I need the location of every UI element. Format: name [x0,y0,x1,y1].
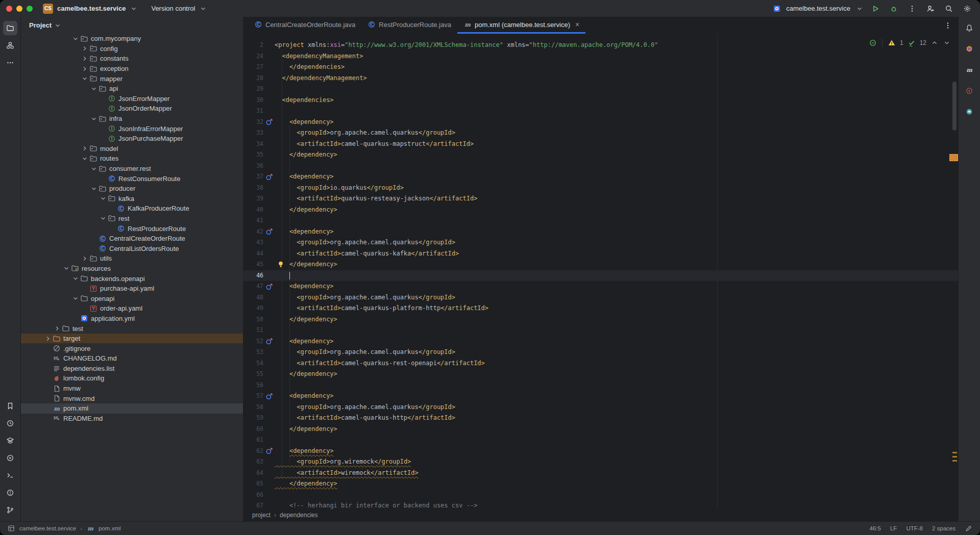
tree-item-test[interactable]: test [21,323,243,334]
code-text[interactable]: <artifactId>camel-quarkus-platform-http<… [275,303,958,314]
code-text[interactable] [275,435,958,446]
code-line-33[interactable]: 33 <groupId>org.apache.camel.quarkus</gr… [243,128,958,139]
line-number[interactable]: 54 [243,358,264,369]
code-text[interactable] [275,84,958,95]
code-line-64[interactable]: 64 <artifactId>wiremock</artifactId> [243,468,958,479]
line-number[interactable]: 32 [243,117,264,128]
code-text[interactable]: <groupId>org.apache.camel.quarkus</group… [275,402,958,413]
chevron-down-icon[interactable] [99,214,107,222]
line-number[interactable]: 52 [243,336,264,347]
code-text[interactable]: </dependency> [275,149,958,161]
chevron-down-icon[interactable] [199,5,207,13]
line-number[interactable]: 55 [243,369,264,380]
tree-item-order-api-yaml[interactable]: Yorder-api.yaml [21,303,243,314]
code-line-37[interactable]: 37 <dependency> [243,171,958,183]
chevron-down-icon[interactable] [71,274,80,283]
tree-item-mvnw-cmd[interactable]: mvnw.cmd [21,393,243,403]
line-number[interactable]: 31 [243,106,264,117]
write-access-icon[interactable] [965,524,973,532]
line-number[interactable]: 42 [243,226,264,238]
line-number[interactable]: 40 [243,205,264,216]
code-line-54[interactable]: 54 <artifactId>camel-quarkus-rest-openap… [243,358,958,369]
run-button[interactable] [869,2,882,15]
tree-item-mapper[interactable]: mapper [21,73,243,84]
code-text[interactable]: <groupId>io.quarkus</groupId> [275,183,958,194]
chevron-right-icon[interactable] [43,335,52,343]
tree-item-config[interactable]: config [21,44,243,54]
camel-gutter-icon[interactable] [264,281,275,292]
line-number[interactable]: 64 [243,468,264,479]
tree-item-changelog-md[interactable]: MCHANGELOG.md [21,353,243,364]
code-text[interactable] [275,490,958,501]
line-number[interactable]: 58 [243,402,264,413]
tool-bookmarks-icon[interactable] [3,399,17,413]
line-number[interactable]: 43 [243,237,264,248]
tool-services-icon[interactable] [3,451,17,465]
code-line-34[interactable]: 34 <artifactId>camel-quarkus-mapstruct</… [243,139,958,150]
next-problem-icon[interactable] [943,39,951,47]
code-text[interactable]: </dependency> [275,205,958,216]
code-line-28[interactable]: 28 </dependencyManagement> [243,73,958,84]
chevron-right-icon[interactable] [80,65,89,73]
chevron-down-icon[interactable] [89,85,98,93]
tree-item-infra[interactable]: infra [21,114,243,124]
tree-item-jsonordermapper[interactable]: IJsonOrderMapper [21,104,243,114]
code-line-65[interactable]: 65 </dependency> [243,478,958,490]
camel-gutter-icon[interactable] [264,171,275,183]
tree-item-restconsumerroute[interactable]: CRestConsumerRoute [21,173,243,184]
code-line-31[interactable]: 31 [243,106,958,117]
tree-item-centralcreateorderroute[interactable]: CCentralCreateOrderRoute [21,234,243,244]
code-text[interactable]: <dependency> [275,171,958,183]
line-number[interactable]: 66 [243,490,264,501]
code-with-me-icon[interactable] [924,2,937,15]
warning-count[interactable]: 1 [900,39,903,46]
line-number[interactable]: 44 [243,248,264,260]
code-line-58[interactable]: 58 <groupId>org.apache.camel.quarkus</gr… [243,402,958,413]
code-line-66[interactable]: 66 [243,490,958,501]
line-number[interactable]: 34 [243,139,264,150]
code-line-59[interactable]: 59 <artifactId>camel-quarkus-http</artif… [243,413,958,424]
code-text[interactable]: </dependencies> [275,62,958,73]
maven-tool-icon[interactable]: m [962,63,976,77]
chevron-down-icon[interactable] [62,264,70,272]
tree-item-producer[interactable]: producer [21,184,243,194]
code-text[interactable]: <artifactId>quarkus-resteasy-jackson</ar… [275,193,958,205]
line-number[interactable]: 30 [243,95,264,106]
search-everywhere-icon[interactable] [942,2,955,15]
tree-item-model[interactable]: model [21,144,243,154]
line-number[interactable]: 38 [243,183,264,194]
code-text[interactable]: <groupId>org.wiremock</groupId> [275,456,958,468]
line-number[interactable]: 36 [243,161,264,172]
line-number[interactable]: 50 [243,314,264,325]
prev-problem-icon[interactable] [930,39,939,47]
code-line-47[interactable]: 47 <dependency> [243,281,958,292]
line-number[interactable]: 51 [243,325,264,336]
code-line-62[interactable]: 62 <dependency> [243,446,958,457]
camel-gutter-icon[interactable] [264,336,275,347]
tree-item-kafkaproducerroute[interactable]: CKafkaProducerRoute [21,203,243,214]
chevron-right-icon[interactable] [80,55,89,63]
tree-item-lombok-config[interactable]: lombok.config [21,373,243,384]
code-text[interactable]: <!-- herhangi bir interface or backend u… [275,500,958,509]
more-actions-icon[interactable] [905,2,919,15]
code-text[interactable]: </dependency> [275,314,958,325]
chevron-down-icon[interactable] [71,294,80,302]
code-text[interactable] [275,270,958,282]
close-tab-icon[interactable]: × [575,21,579,28]
code-text[interactable]: <groupId>org.apache.camel.quarkus</group… [275,292,958,303]
tab-restproducerroute-java[interactable]: CRestProducerRoute.java [361,17,457,34]
chevron-down-icon[interactable] [80,74,89,83]
chevron-right-icon[interactable] [80,44,89,53]
chevron-down-icon[interactable] [99,194,107,202]
code-line-49[interactable]: 49 <artifactId>camel-quarkus-platform-ht… [243,303,958,314]
code-line-43[interactable]: 43 <groupId>org.apache.camel.quarkus</gr… [243,237,958,248]
line-number[interactable]: 49 [243,303,264,314]
code-line-27[interactable]: 27 </dependencies> [243,62,958,73]
chevron-down-icon[interactable] [71,35,80,43]
line-number[interactable]: 28 [243,73,264,84]
chevron-down-icon[interactable] [89,115,98,123]
inspections-icon[interactable] [869,39,877,47]
code-line-39[interactable]: 39 <artifactId>quarkus-resteasy-jackson<… [243,193,958,205]
tool-terminal-icon[interactable] [3,468,17,482]
line-number[interactable]: 48 [243,292,264,303]
